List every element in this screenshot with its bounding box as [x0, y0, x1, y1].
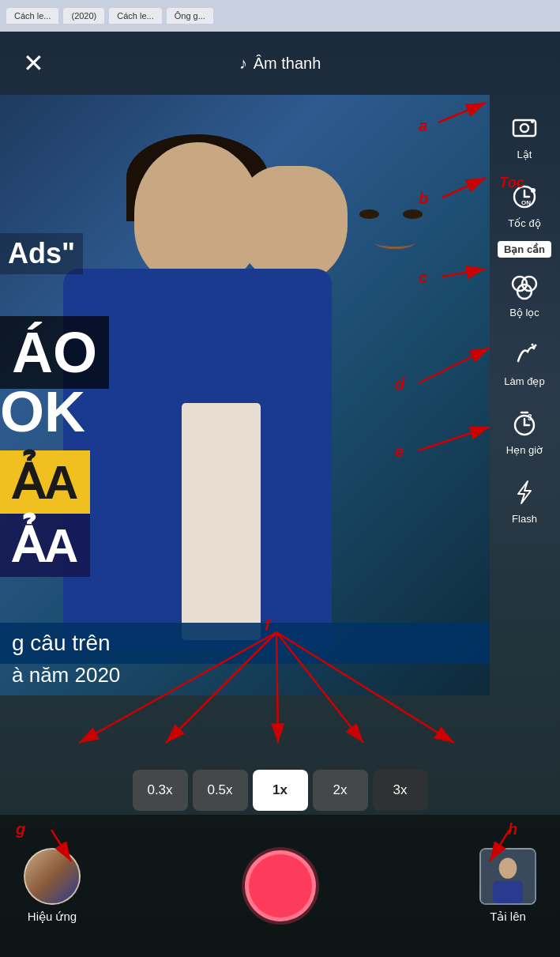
annotation-g: g	[16, 820, 25, 838]
news-year: à năm 2020	[12, 663, 120, 688]
news-bottom-bar: g câu trên	[0, 623, 490, 664]
annotation-a: a	[419, 117, 427, 135]
eye-left	[359, 209, 379, 219]
zoom-3x[interactable]: 3x	[373, 770, 428, 811]
speed-label: Tốc độ	[508, 217, 540, 229]
camera-ui: Ads" ÁO OK ẢA ẢA g câu trên à năm 2020 ✕…	[0, 32, 560, 957]
filter-label: Bộ lọc	[509, 307, 539, 318]
person-face	[237, 166, 348, 284]
beauty-icon	[507, 337, 542, 372]
effect-thumb-inner	[25, 850, 79, 903]
toolbar-flash[interactable]: Flash	[491, 467, 558, 533]
person-mouth	[375, 237, 415, 249]
close-button[interactable]: ✕	[16, 46, 51, 81]
browser-tab-3[interactable]: Cách le...	[109, 8, 161, 24]
toolbar-filter[interactable]: Bộ lọc	[491, 261, 558, 326]
timer-icon: 3	[507, 406, 542, 441]
person-shirt	[182, 403, 261, 640]
annotation-f: f	[265, 616, 270, 635]
upload-thumb-inner	[481, 850, 535, 903]
toolbar-timer[interactable]: 3 Hẹn giờ	[491, 398, 558, 464]
upload-button[interactable]: Tải lên	[479, 848, 536, 924]
flash-label: Flash	[512, 513, 537, 525]
browser-tab-1[interactable]: Cách le...	[6, 8, 58, 24]
browser-tab-2[interactable]: (2020)	[63, 8, 104, 24]
news-overlay: Ads" ÁO OK ẢA ẢA g câu trên à năm 2020	[0, 95, 490, 695]
news-text-a: ẢA	[0, 514, 90, 577]
svg-text:3: 3	[528, 413, 532, 422]
effect-button[interactable]: Hiệu ứng	[24, 848, 81, 924]
ads-text: Ads"	[0, 233, 83, 274]
timer-label: Hẹn giờ	[506, 444, 543, 456]
audio-text: Âm thanh	[254, 55, 321, 73]
zoom-bar: 0.3x 0.5x 1x 2x 3x	[133, 770, 428, 811]
annotation-b: b	[419, 190, 428, 208]
news-text-ok: OK	[0, 379, 85, 444]
person-figure	[39, 142, 355, 664]
svg-point-10	[535, 345, 537, 347]
browser-bar: Cách le... (2020) Cách le... Ông g...	[0, 0, 560, 32]
flash-icon	[507, 475, 542, 510]
effect-thumbnail	[24, 848, 81, 905]
zoom-1x[interactable]: 1x	[253, 770, 308, 811]
annotation-h: h	[508, 820, 517, 838]
news-text-ao: ÁO	[0, 316, 109, 389]
annotation-c: c	[419, 269, 427, 287]
svg-rect-16	[493, 881, 523, 903]
annotation-d: d	[395, 375, 404, 394]
news-text-yellow: ẢA	[0, 450, 90, 514]
toc-label: Toc	[488, 150, 536, 215]
top-bar: ✕ ♪ Âm thanh	[0, 32, 560, 95]
annotation-e: e	[395, 443, 404, 461]
bottom-controls: Hiệu ứng Tải lên	[0, 815, 560, 957]
svg-point-11	[532, 344, 534, 346]
svg-point-2	[531, 120, 534, 123]
person-eyes	[359, 209, 430, 219]
music-icon: ♪	[239, 55, 247, 73]
svg-point-1	[521, 124, 528, 132]
upload-label: Tải lên	[490, 910, 526, 924]
toolbar-beauty[interactable]: Làm đẹp	[491, 330, 558, 395]
filter-icon	[507, 269, 542, 303]
zoom-03x[interactable]: 0.3x	[133, 770, 188, 811]
record-button[interactable]	[245, 850, 316, 921]
zoom-2x[interactable]: 2x	[313, 770, 368, 811]
eye-right	[403, 209, 423, 219]
zoom-05x[interactable]: 0.5x	[193, 770, 248, 811]
audio-label: ♪ Âm thanh	[239, 55, 321, 73]
upload-thumbnail	[479, 848, 536, 905]
flip-icon	[507, 111, 542, 145]
ban-can-badge: Bạn cần	[498, 242, 551, 256]
svg-point-15	[499, 857, 517, 878]
browser-tab-4[interactable]: Ông g...	[167, 8, 213, 24]
beauty-label: Làm đẹp	[504, 375, 544, 387]
person-head	[134, 142, 261, 284]
effect-label: Hiệu ứng	[28, 910, 77, 924]
